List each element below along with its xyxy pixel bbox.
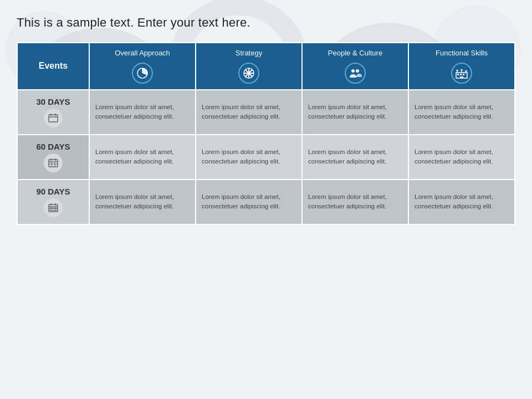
col-header-people-culture: People & Culture	[302, 43, 408, 90]
main-table: Events Overall Approach	[17, 42, 515, 225]
svg-point-14	[356, 69, 359, 73]
cell-30-strategy: Lorem ipsum dolor sit amet, consectetuer…	[196, 90, 302, 135]
svg-rect-16	[457, 74, 459, 75]
col-header-strategy: Strategy	[196, 43, 302, 90]
cell-30-people: Lorem ipsum dolor sit amet, consectetuer…	[302, 90, 408, 135]
cell-60-strategy: Lorem ipsum dolor sit amet, consectetuer…	[196, 135, 302, 180]
cell-30-functional: Lorem ipsum dolor sit amet, consectetuer…	[408, 90, 515, 135]
cell-90-people: Lorem ipsum dolor sit amet, consectetuer…	[302, 180, 408, 224]
svg-rect-30	[49, 160, 58, 167]
cell-30-overall: Lorem ipsum dolor sit amet, consectetuer…	[89, 90, 196, 135]
people-culture-icon	[345, 63, 366, 84]
cell-90-strategy: Lorem ipsum dolor sit amet, consectetuer…	[196, 180, 302, 224]
svg-point-12	[248, 71, 250, 74]
cell-60-functional: Lorem ipsum dolor sit amet, consectetuer…	[408, 135, 515, 180]
overall-approach-icon	[132, 63, 153, 84]
table-header-row: Events Overall Approach	[17, 43, 515, 90]
functional-skills-icon	[451, 63, 472, 84]
svg-rect-45	[50, 207, 51, 208]
cell-60-people: Lorem ipsum dolor sit amet, consectetuer…	[302, 135, 408, 180]
events-header: Events	[17, 43, 89, 90]
svg-rect-19	[460, 76, 463, 78]
svg-point-13	[351, 69, 355, 73]
calendar-grid-icon	[44, 154, 63, 172]
table-row-60-days: 60 DAYS	[17, 135, 515, 180]
row-label-30-days: 30 DAYS	[17, 90, 89, 135]
calendar-full-icon	[44, 198, 63, 217]
table-row-30-days: 30 DAYS Lorem	[17, 90, 515, 135]
svg-rect-18	[463, 74, 464, 75]
row-label-90-days: 90 DAYS	[17, 180, 89, 224]
svg-rect-46	[53, 207, 54, 208]
svg-rect-26	[49, 115, 58, 122]
calendar-simple-icon	[44, 109, 63, 127]
svg-rect-17	[460, 74, 462, 75]
cell-90-overall: Lorem ipsum dolor sit amet, consectetuer…	[89, 180, 196, 224]
cell-60-overall: Lorem ipsum dolor sit amet, consectetuer…	[89, 135, 196, 180]
cell-90-functional: Lorem ipsum dolor sit amet, consectetuer…	[408, 180, 515, 224]
svg-rect-47	[55, 207, 57, 208]
col-header-functional-skills: Functional Skills	[408, 43, 515, 90]
row-label-60-days: 60 DAYS	[17, 135, 89, 180]
table-row-90-days: 90 DAYS	[17, 180, 515, 224]
page-content: This is a sample text. Enter your text h…	[0, 0, 532, 236]
col-header-overall-approach: Overall Approach	[89, 43, 196, 90]
strategy-icon	[238, 63, 259, 84]
page-title: This is a sample text. Enter your text h…	[17, 16, 515, 30]
